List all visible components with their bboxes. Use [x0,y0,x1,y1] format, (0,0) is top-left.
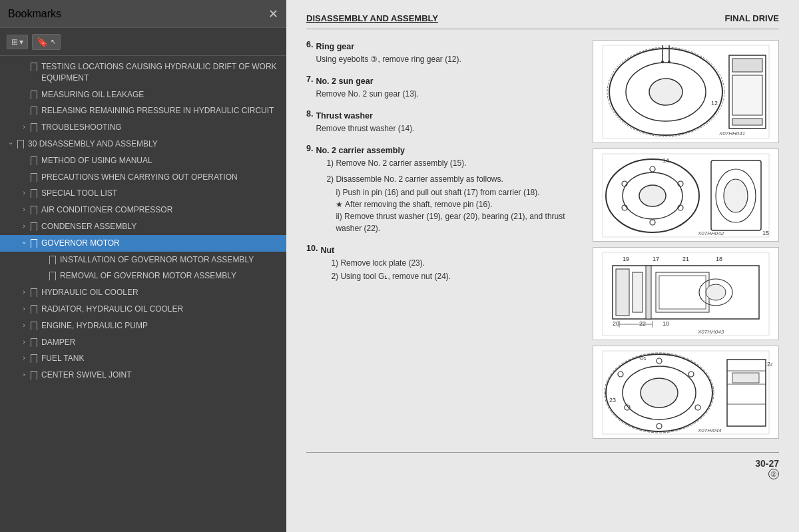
step-10: 10. Nut 1) Remove lock plate (23). 2) Us… [306,244,579,282]
diagram-4-svg: G₁ 23 24 X07HI044 [599,348,772,437]
sidebar-item-label: CENTER SWIVEL JOINT [41,370,281,381]
doc-header: DISASSEMBLY AND ASSEMBLY FINAL DRIVE [306,13,779,29]
sidebar-item-label: SPECIAL TOOL LIST [41,188,281,199]
svg-point-3 [649,79,682,105]
page-sub-number: ② [768,469,779,479]
page-number-block: 30-27 ② [755,458,779,479]
step-sub2: 2) Using tool G₁, remove nut (24). [331,270,451,282]
sidebar-item-label: MEASURING OIL LEAKAGE [41,89,281,101]
sidebar-item-measuring-oil[interactable]: MEASURING OIL LEAKAGE [0,87,286,103]
bookmark-icon [31,156,37,165]
step-number: 7. [306,75,313,99]
step-number: 9. [306,144,313,233]
sidebar-toolbar: ⊞ ▾ 🔖 ↖ [0,28,286,56]
svg-text:17: 17 [653,256,659,262]
sidebar-item-damper[interactable]: DAMPER [0,334,286,351]
diagram-2-svg: 14 X07HH042 15 [599,150,772,240]
expand-arrow-icon [23,122,25,132]
sidebar-item-special-tool[interactable]: SPECIAL TOOL LIST [0,185,286,202]
sidebar-item-governor-motor[interactable]: › GOVERNOR MOTOR [0,235,286,252]
sidebar-item-30-disassembly[interactable]: › 30 DISASSEMBLY AND ASSEMBLY [0,136,286,152]
svg-point-43 [706,284,726,300]
bookmark-icon [17,140,24,148]
bookmark-add-icon: 🔖 [37,37,48,47]
expand-arrow-icon [23,188,25,198]
add-bookmark-button[interactable]: 🔖 ↖ [32,34,61,50]
close-button[interactable]: ✕ [268,7,278,21]
svg-text:22: 22 [639,320,646,327]
step-8: 8. Thrust washer Remove thrust washer (1… [306,109,579,134]
sidebar-item-label: PRECAUTIONS WHEN CARRYING OUT OPERATION [41,172,281,183]
bookmark-icon [31,123,37,132]
bookmark-icon [31,239,37,248]
doc-chapter-title: FINAL DRIVE [725,13,779,23]
sidebar-item-installation-governor[interactable]: INSTALLATION OF GOVERNOR MOTOR ASSEMBLY [0,252,286,268]
sidebar-item-fuel-tank[interactable]: FUEL TANK [0,350,286,367]
svg-rect-38 [633,272,643,312]
sidebar-item-air-conditioner[interactable]: AIR CONDITIONER COMPRESSOR [0,202,286,218]
bookmark-icon [31,354,37,363]
diagram-3: 19 17 21 18 20 [593,247,779,340]
diagram-4: G₁ 23 24 X07HI044 [593,346,779,439]
main-document: DISASSEMBLY AND ASSEMBLY FINAL DRIVE 6. … [286,0,799,532]
sidebar-item-precautions[interactable]: PRECAUTIONS WHEN CARRYING OUT OPERATION [0,169,286,186]
sidebar-item-label: DAMPER [41,337,281,348]
grid-icon: ⊞ [11,37,18,47]
sidebar-item-method-manual[interactable]: METHOD OF USING MANUAL [0,152,286,169]
bookmark-list[interactable]: TESTING LOCATIONS CAUSING HYDRAULIC DRIF… [0,56,286,532]
svg-rect-7 [732,59,762,72]
step-title: Ring gear [316,42,354,51]
step-desc: Remove No. 2 sun gear (13). [316,88,419,100]
sidebar-item-removal-governor[interactable]: REMOVAL OF GOVERNOR MOTOR ASSEMBLY [0,268,286,284]
sidebar-item-releasing-pressure[interactable]: RELEASING REMAINING PRESSURE IN HYDRAULI… [0,103,286,119]
bookmark-icon [31,222,37,231]
sidebar-item-label: INSTALLATION OF GOVERNOR MOTOR ASSEMBLY [60,254,281,266]
svg-text:X07HI044: X07HI044 [697,427,722,433]
step-title: No. 2 carrier assembly [316,146,404,155]
bookmark-icon [31,371,37,380]
svg-rect-9 [732,119,762,125]
sidebar-item-label: REMOVAL OF GOVERNOR MOTOR ASSEMBLY [60,270,281,282]
sidebar-item-radiator[interactable]: RADIATOR, HYDRAULIC OIL COOLER [0,301,286,318]
sidebar-item-label: HYDRAULIC OIL COOLER [41,287,281,298]
sidebar-item-center-swivel[interactable]: CENTER SWIVEL JOINT [0,367,286,384]
step-number: 6. [306,40,313,64]
step-sub2: 2) Disassemble No. 2 carrier assembly as… [326,173,579,185]
step-desc: Remove thrust washer (14). [316,123,414,134]
sidebar-item-troubleshooting[interactable]: TROUBLESHOOTING [0,119,286,136]
svg-text:X07HH041: X07HH041 [718,131,745,136]
step-number: 10. [306,244,318,281]
step-7: 7. No. 2 sun gear Remove No. 2 sun gear … [306,75,579,100]
expand-arrow-icon [23,337,25,347]
bookmark-icon [31,63,37,71]
sidebar-item-hydraulic-oil-cooler[interactable]: HYDRAULIC OIL COOLER [0,284,286,301]
sidebar-item-engine-pump[interactable]: ENGINE, HYDRAULIC PUMP [0,318,286,334]
bookmark-icon [31,288,37,297]
svg-point-54 [641,378,678,407]
grid-view-button[interactable]: ⊞ ▾ [7,35,28,49]
dropdown-arrow-icon: ▾ [19,37,23,47]
svg-text:G₁: G₁ [639,354,647,361]
sidebar-item-condenser[interactable]: CONDENSER ASSEMBLY [0,218,286,235]
diagram-1: 12 X07HH041 [593,40,779,143]
step-9: 9. No. 2 carrier assembly 1) Remove No. … [306,144,579,234]
step-star: ★ After removing the shaft, remove pin (… [336,200,579,209]
svg-rect-8 [732,75,762,115]
bookmark-icon [31,173,37,182]
sidebar-item-label: ENGINE, HYDRAULIC PUMP [41,320,281,332]
sidebar-item-testing-locations[interactable]: TESTING LOCATIONS CAUSING HYDRAULIC DRIF… [0,59,286,87]
cursor-icon: ↖ [51,38,56,45]
sidebar-item-label: GOVERNOR MOTOR [41,238,281,249]
step-6: 6. Ring gear Using eyebolts ③, remove ri… [306,40,579,65]
sidebar-item-label: 30 DISASSEMBLY AND ASSEMBLY [28,138,281,150]
bookmark-icon [31,206,37,214]
content-area: 6. Ring gear Using eyebolts ③, remove ri… [306,40,779,439]
sidebar-item-label: RELEASING REMAINING PRESSURE IN HYDRAULI… [41,105,281,117]
image-column: 12 X07HH041 [593,40,779,439]
sidebar-header: Bookmarks ✕ [0,0,286,28]
svg-text:19: 19 [623,256,629,262]
expand-arrow-icon [23,221,25,231]
expand-arrow-icon [23,353,25,363]
sidebar-title: Bookmarks [8,8,61,20]
expand-arrow-icon [23,370,25,380]
